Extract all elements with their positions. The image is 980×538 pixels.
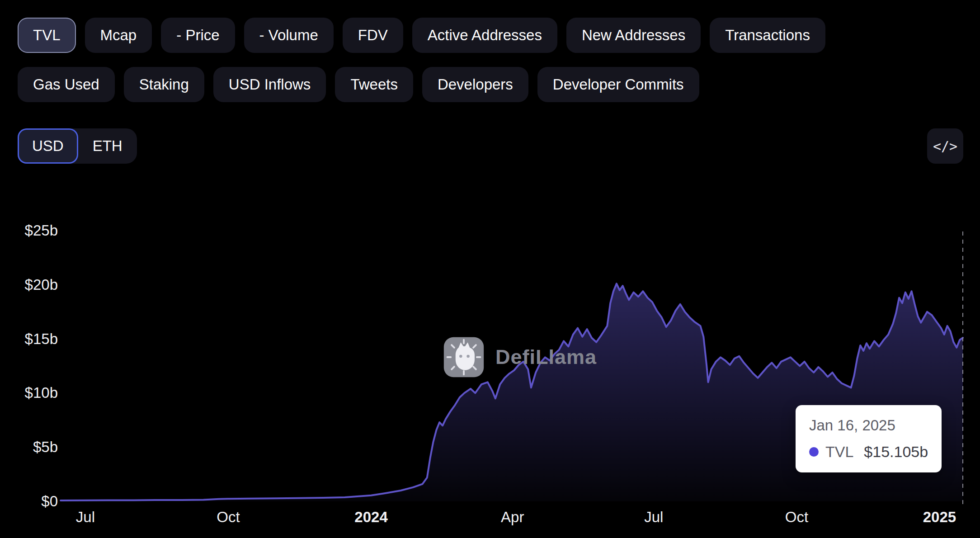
- x-tick-label: Jul: [644, 509, 663, 526]
- tooltip-value: $15.105b: [864, 443, 928, 461]
- chart-tooltip: Jan 16, 2025 TVL $15.105b: [796, 405, 942, 472]
- tooltip-row: TVL $15.105b: [809, 443, 928, 461]
- defillama-chart-page: TVL Mcap - Price - Volume FDV Active Add…: [0, 0, 980, 538]
- tooltip-date: Jan 16, 2025: [809, 417, 928, 434]
- y-tick-label: $5b: [4, 437, 58, 457]
- x-tick-label: Apr: [501, 509, 524, 526]
- y-tick-label: $25b: [4, 221, 58, 241]
- x-tick-label: 2025: [923, 509, 956, 526]
- x-tick-label: 2024: [354, 509, 387, 526]
- y-tick-label: $0: [4, 491, 58, 511]
- y-tick-label: $20b: [4, 275, 58, 295]
- x-tick-label: Oct: [217, 509, 240, 526]
- x-tick-label: Jul: [76, 509, 95, 526]
- x-tick-label: Oct: [785, 509, 808, 526]
- y-tick-label: $15b: [4, 329, 58, 349]
- tvl-series-dot-icon: [809, 447, 819, 457]
- tooltip-series-label: TVL: [825, 443, 853, 461]
- y-tick-label: $10b: [4, 383, 58, 403]
